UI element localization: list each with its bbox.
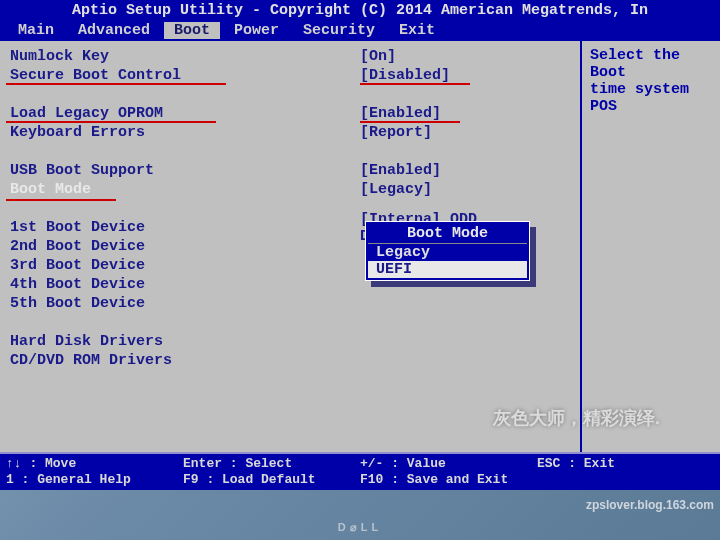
bios-title: Aptio Setup Utility - Copyright (C) 2014… [0,0,720,21]
setting-value: [Legacy] [360,181,432,198]
hint: F9 : Load Default [183,472,360,488]
setting-row[interactable]: Numlock Key[On] [10,47,570,66]
setting-row[interactable]: Boot Mode[Legacy] [10,180,570,199]
setting-label: Numlock Key [10,48,360,65]
setting-value: [Report] [360,124,432,141]
footer-hints: ↑↓ : Move Enter : Select +/- : Value ESC… [0,452,720,490]
setting-value: [Enabled] [360,105,441,122]
setting-row[interactable]: Keyboard Errors[Report] [10,123,570,142]
setting-row[interactable]: 5th Boot Device [10,294,570,313]
settings-pane: Numlock Key[On]Secure Boot Control[Disab… [0,41,580,462]
setting-value: [Enabled] [360,162,441,179]
setting-label: 4th Boot Device [10,276,360,293]
setting-label: Keyboard Errors [10,124,360,141]
dell-logo: D⌀LL [338,521,382,534]
setting-row[interactable]: Hard Disk Drivers [10,332,570,351]
watermark-url: zpslover.blog.163.com [586,498,714,512]
setting-label: 1st Boot Device [10,219,360,236]
setting-row [10,142,570,161]
hint: Enter : Select [183,456,360,472]
menu-tab-main[interactable]: Main [8,22,64,39]
hint [537,472,714,488]
setting-label: Secure Boot Control [10,67,360,84]
help-text-line: time system POS [590,81,712,115]
menu-bar: MainAdvancedBootPowerSecurityExit [0,21,720,40]
menu-tab-boot[interactable]: Boot [164,22,220,39]
menu-tab-advanced[interactable]: Advanced [68,22,160,39]
help-pane: Select the Boot time system POS [580,41,720,462]
setting-row [10,313,570,332]
popup-option-uefi[interactable]: UEFI [368,261,527,278]
popup-option-legacy[interactable]: Legacy [368,244,527,261]
hint: 1 : General Help [6,472,183,488]
hint: ↑↓ : Move [6,456,183,472]
hint: ESC : Exit [537,456,714,472]
setting-label: 3rd Boot Device [10,257,360,274]
hint: +/- : Value [360,456,537,472]
setting-label: CD/DVD ROM Drivers [10,352,360,369]
watermark-text: 灰色大师，精彩演绎. [493,406,660,430]
menu-tab-power[interactable]: Power [224,22,289,39]
setting-label: Boot Mode [10,181,360,198]
hint: F10 : Save and Exit [360,472,537,488]
setting-label: 2nd Boot Device [10,238,360,255]
help-text-line: Select the Boot [590,47,712,81]
menu-tab-security[interactable]: Security [293,22,385,39]
popup-title: Boot Mode [368,224,527,244]
setting-row [10,85,570,104]
menu-tab-exit[interactable]: Exit [389,22,445,39]
boot-mode-popup[interactable]: Boot Mode LegacyUEFI [365,221,530,281]
setting-label: Load Legacy OPROM [10,105,360,122]
setting-row[interactable]: USB Boot Support[Enabled] [10,161,570,180]
setting-label: Hard Disk Drivers [10,333,360,350]
setting-value: [On] [360,48,396,65]
setting-value: [Disabled] [360,67,450,84]
setting-label: USB Boot Support [10,162,360,179]
setting-label: 5th Boot Device [10,295,360,312]
setting-row[interactable]: CD/DVD ROM Drivers [10,351,570,370]
